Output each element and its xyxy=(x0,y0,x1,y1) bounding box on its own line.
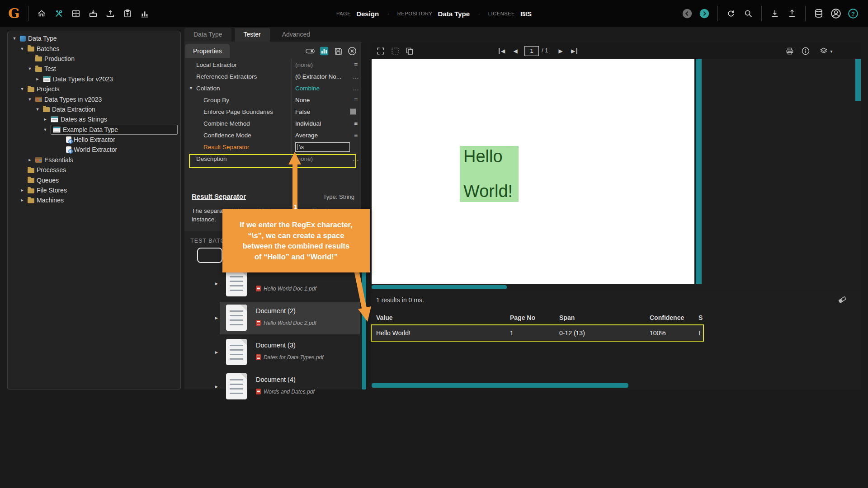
property-row-description[interactable]: Description(none)… xyxy=(184,153,362,164)
import-box-icon[interactable] xyxy=(87,7,99,20)
first-page-icon[interactable]: ◀ xyxy=(496,46,507,56)
expander-icon[interactable]: ► xyxy=(214,350,219,355)
upload-icon[interactable] xyxy=(786,7,798,20)
expander-icon[interactable]: ▼ xyxy=(19,87,25,91)
tree-item-world-extractor[interactable]: World Extractor xyxy=(8,145,180,155)
snippet-select-icon[interactable] xyxy=(390,46,401,56)
expander-icon[interactable]: ▼ xyxy=(27,66,33,71)
clear-results-icon[interactable] xyxy=(837,295,847,305)
expander-icon[interactable]: ► xyxy=(214,315,219,320)
tree-item-test[interactable]: ▼Test xyxy=(8,64,180,74)
ellipsis-icon[interactable]: … xyxy=(350,155,362,162)
info-icon[interactable] xyxy=(800,46,811,56)
document-row-2-selected[interactable]: ► Document (2) Hello World Doc 2.pdf xyxy=(184,301,362,335)
search-icon[interactable] xyxy=(742,7,755,20)
tree-item-production[interactable]: Production xyxy=(8,54,180,64)
property-row-local-extractor[interactable]: Local Extractor(none)≡ xyxy=(184,59,362,70)
property-value[interactable]: Average xyxy=(295,132,318,139)
chart-view-icon[interactable] xyxy=(319,46,329,56)
menu-icon[interactable]: ≡ xyxy=(350,96,362,103)
forward-icon[interactable] xyxy=(698,7,711,20)
tree-item-example-data-type[interactable]: ▼Example Data Type xyxy=(8,125,180,135)
download-icon[interactable] xyxy=(769,7,781,20)
copy-pages-icon[interactable] xyxy=(404,46,415,56)
clipboard-export-icon[interactable] xyxy=(121,7,134,20)
tree-item-processes[interactable]: Processes xyxy=(8,165,180,175)
tree-item-data-type[interactable]: ▼Data Type xyxy=(8,33,180,43)
tree-item-machines[interactable]: ►Machines xyxy=(8,195,180,205)
publish-icon[interactable] xyxy=(104,7,117,20)
page-number-input[interactable]: 1 xyxy=(524,46,539,56)
property-value[interactable]: (none) xyxy=(295,155,313,162)
tools-icon[interactable] xyxy=(52,7,65,20)
document-page[interactable]: Hello World! xyxy=(372,59,694,284)
tree-item-projects[interactable]: ▼Projects xyxy=(8,84,180,94)
previous-page-icon[interactable]: ◀ xyxy=(510,46,521,56)
tab-advanced[interactable]: Advanced xyxy=(273,28,319,42)
property-value[interactable]: (none) xyxy=(295,61,313,68)
menu-icon[interactable]: ≡ xyxy=(350,131,362,139)
tree-item-data-types-for-v2023[interactable]: ►Data Types for v2023 xyxy=(8,74,180,84)
tree-item-hello-extractor[interactable]: Hello Extractor xyxy=(8,135,180,145)
expander-icon[interactable]: ► xyxy=(214,281,219,286)
menu-icon[interactable]: ≡ xyxy=(350,61,362,68)
property-value[interactable]: None xyxy=(295,97,310,103)
property-row-enforce-page-boundaries[interactable]: Enforce Page BoundariesFalse xyxy=(184,106,362,117)
extracted-text-highlight[interactable]: Hello World! xyxy=(460,146,519,202)
result-separator-input[interactable]: \s xyxy=(295,142,350,152)
help-icon[interactable]: ? xyxy=(847,7,859,20)
tab-data-type[interactable]: Data Type xyxy=(184,28,231,42)
page-horizontal-scrollbar[interactable] xyxy=(372,285,507,289)
grooper-logo[interactable]: G xyxy=(8,7,20,20)
column-extra[interactable]: S xyxy=(698,314,714,321)
print-icon[interactable] xyxy=(784,46,795,56)
file-cabinet-icon[interactable] xyxy=(70,7,82,20)
save-icon[interactable] xyxy=(333,46,343,56)
property-value[interactable]: (0 Extractor No... xyxy=(295,73,341,80)
column-page-no[interactable]: Page No xyxy=(510,314,559,321)
stats-icon[interactable] xyxy=(138,7,151,20)
expander-icon[interactable]: ▼ xyxy=(19,47,25,51)
result-row[interactable]: Hello World! 1 0-12 (13) 100% I xyxy=(371,325,704,340)
last-page-icon[interactable]: ▶ xyxy=(569,46,580,56)
close-icon[interactable] xyxy=(347,46,357,56)
expander-icon[interactable]: ▼ xyxy=(11,36,18,41)
property-value[interactable]: False xyxy=(295,108,310,115)
document-row-3[interactable]: ► Document (3) Dates for Data Types.pdf xyxy=(184,335,362,370)
expander-icon[interactable]: ▼ xyxy=(189,86,196,90)
expander-icon[interactable]: ► xyxy=(27,158,33,162)
tree-item-essentials[interactable]: ►Essentials xyxy=(8,155,180,165)
expander-icon[interactable]: ▼ xyxy=(34,107,41,112)
next-page-icon[interactable]: ▶ xyxy=(555,46,566,56)
document-row-4[interactable]: ► Document (4) Words and Dates.pdf xyxy=(184,370,362,404)
checkbox[interactable] xyxy=(350,108,356,115)
refresh-icon[interactable] xyxy=(725,7,737,20)
fullscreen-icon[interactable] xyxy=(375,46,386,56)
account-icon[interactable] xyxy=(830,7,842,20)
property-row-confidence-mode[interactable]: Confidence ModeAverage≡ xyxy=(184,129,362,141)
property-row-referenced-extractors[interactable]: Referenced Extractors(0 Extractor No...… xyxy=(184,70,362,82)
expander-icon[interactable]: ▼ xyxy=(27,97,33,102)
property-value[interactable]: Individual xyxy=(295,120,321,127)
layers-icon[interactable] xyxy=(818,46,829,56)
back-icon[interactable] xyxy=(681,7,693,20)
property-value[interactable]: Combine xyxy=(295,85,320,92)
expander-icon[interactable]: ► xyxy=(34,77,41,81)
tree-item-data-extraction[interactable]: ▼Data Extraction xyxy=(8,104,180,114)
expander-icon[interactable]: ► xyxy=(214,384,219,389)
ellipsis-icon[interactable]: … xyxy=(350,84,362,92)
batch-folder-icon[interactable] xyxy=(197,248,222,263)
menu-icon[interactable]: ≡ xyxy=(350,120,362,127)
toggle-icon[interactable] xyxy=(305,46,315,56)
expander-icon[interactable]: ▼ xyxy=(42,127,48,132)
database-icon[interactable] xyxy=(812,7,825,20)
column-confidence[interactable]: Confidence xyxy=(650,314,698,321)
expander-icon[interactable]: ► xyxy=(19,188,25,192)
property-row-result-separator[interactable]: Result Separator\s xyxy=(184,141,362,153)
results-horizontal-scrollbar[interactable] xyxy=(372,383,628,388)
tree-item-file-stores[interactable]: ►File Stores xyxy=(8,185,180,195)
ellipsis-icon[interactable]: … xyxy=(350,73,362,80)
property-row-collation[interactable]: ▼CollationCombine… xyxy=(184,82,362,94)
page-vertical-scrollbar[interactable] xyxy=(696,59,702,284)
expander-icon[interactable]: ► xyxy=(19,198,25,202)
